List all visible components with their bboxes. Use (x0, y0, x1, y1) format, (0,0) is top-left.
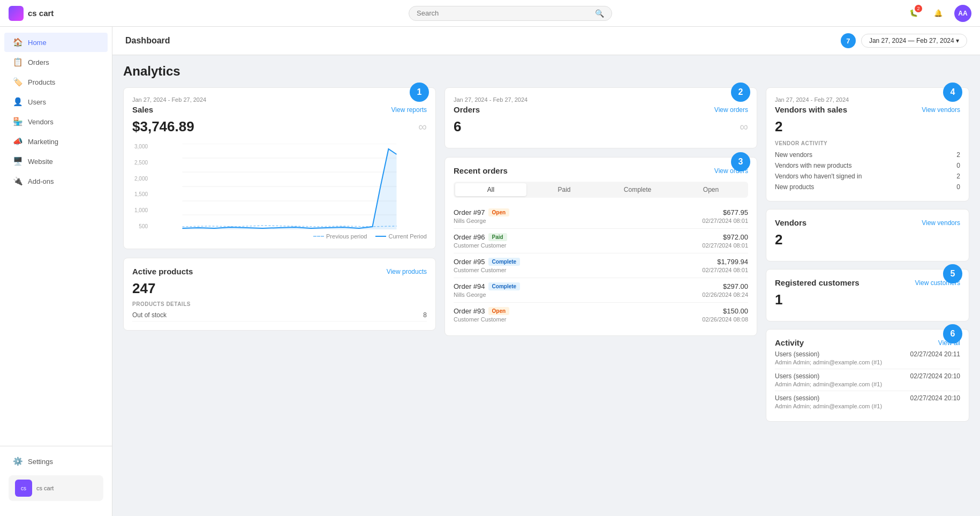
sidebar-item-home[interactable]: 🏠Home (4, 33, 108, 52)
main-layout: 🏠Home📋Orders🏷️Products👤Users🏪Vendors📣Mar… (0, 27, 980, 516)
period-badge: 7 (841, 33, 856, 48)
sales-title: Sales (132, 105, 153, 114)
vendors-card: Vendors View vendors 2 (766, 209, 969, 261)
date-range-btn[interactable]: Jan 27, 2024 — Feb 27, 2024 ▾ (861, 34, 967, 48)
view-orders-link-1[interactable]: View orders (714, 106, 748, 114)
sales-value: $3,746.89 (132, 118, 194, 135)
order-row: Order #93 Open Customer Customer $150.00… (454, 303, 748, 327)
sales-date: Jan 27, 2024 - Feb 27, 2024 (132, 96, 427, 103)
chart-container (152, 144, 427, 231)
users-icon: 👤 (13, 97, 22, 107)
sidebar-item-addons[interactable]: 🔌Add-ons (4, 171, 108, 191)
vendor-activity-row: Vendors who haven't signed in2 (775, 171, 960, 182)
store-badge[interactable]: cs cs cart (9, 475, 103, 501)
vendors-with-sales-title: Vendors with sales (775, 105, 847, 114)
recent-orders-badge: 3 (731, 152, 750, 171)
products-icon: 🏷️ (13, 77, 22, 87)
active-products-value: 247 (132, 280, 427, 297)
sidebar-item-website[interactable]: 🖥️Website (4, 152, 108, 171)
right-column: 4 Jan 27, 2024 - Feb 27, 2024 Vendors wi… (766, 87, 969, 429)
orders-card: 2 Jan 27, 2024 - Feb 27, 2024 Orders Vie… (444, 87, 757, 148)
activity-row: Users (session) 02/27/2024 20:10 Admin A… (775, 369, 960, 391)
bug-icon[interactable]: 🐛 2 (905, 5, 922, 22)
curr-period-label: Current Period (388, 233, 427, 240)
chart-legend: Previous period Current Period (132, 233, 427, 240)
website-icon: 🖥️ (13, 156, 22, 166)
orders-title: Orders (454, 105, 480, 114)
order-tab-complete[interactable]: Complete (602, 183, 673, 196)
orders-list: Order #97 Open Nills George $677.95 02/2… (454, 204, 748, 327)
order-tab-open[interactable]: Open (675, 183, 747, 196)
sales-badge: 1 (410, 83, 429, 102)
orders-value-row: 6 ∞ (454, 114, 748, 139)
sidebar-label-website: Website (28, 158, 53, 166)
avatar[interactable]: AA (954, 5, 971, 22)
topbar: cs cart 🔍 🐛 2 🔔 AA (0, 0, 980, 27)
recent-orders-card: 3 Recent orders View orders AllPaidCompl… (444, 157, 757, 336)
view-vendors-link-2[interactable]: View vendors (922, 219, 960, 227)
chart-svg (152, 144, 427, 229)
order-left: Order #96 Paid Customer Customer (454, 233, 507, 249)
activity-rows: Users (session) 02/27/2024 20:11 Admin A… (775, 347, 960, 413)
logo[interactable]: cs cart (9, 6, 116, 21)
search-icon: 🔍 (595, 9, 604, 18)
search-input[interactable] (417, 9, 595, 17)
analytics-grid: 1 Jan 27, 2024 - Feb 27, 2024 Sales View… (123, 87, 969, 429)
infinity-icon: ∞ (418, 120, 427, 134)
sidebar-label-vendors: Vendors (28, 118, 54, 126)
active-products-card: Active products View products 247 PRODUC… (123, 258, 436, 331)
dashboard-title: Dashboard (125, 36, 170, 46)
order-left: Order #97 Open Nills George (454, 208, 509, 224)
orders-infinity: ∞ (740, 120, 748, 134)
sidebar-label-orders: Orders (28, 58, 49, 66)
order-tab-paid[interactable]: Paid (529, 183, 600, 196)
sidebar-item-settings[interactable]: ⚙️ Settings (4, 452, 108, 471)
bell-icon[interactable]: 🔔 (930, 5, 947, 22)
order-tab-all[interactable]: All (455, 183, 526, 196)
order-right: $1,799.94 02/27/2024 08:01 (702, 258, 748, 273)
analytics-title: Analytics (123, 64, 969, 79)
marketing-icon: 📣 (13, 137, 22, 146)
settings-icon: ⚙️ (13, 457, 22, 466)
customers-title: Registered customers (775, 278, 860, 287)
status-badge: Open (488, 307, 510, 315)
out-of-stock-label: Out of stock (132, 311, 167, 319)
vendor-activity-row: Vendors with new products0 (775, 160, 960, 171)
order-right: $297.00 02/26/2024 08:24 (702, 282, 748, 298)
sidebar-bottom: ⚙️ Settings cs cs cart (0, 446, 112, 511)
sidebar-item-marketing[interactable]: 📣Marketing (4, 132, 108, 151)
content-header: Dashboard 7 Jan 27, 2024 — Feb 27, 2024 … (112, 27, 980, 55)
settings-label: Settings (28, 458, 53, 466)
orders-date: Jan 27, 2024 - Feb 27, 2024 (454, 96, 748, 103)
svg-marker-7 (183, 149, 397, 229)
addons-icon: 🔌 (13, 176, 22, 186)
vendors-with-sales-card: 4 Jan 27, 2024 - Feb 27, 2024 Vendors wi… (766, 87, 969, 201)
view-products-link[interactable]: View products (387, 268, 427, 275)
sidebar-label-addons: Add-ons (28, 177, 54, 185)
header-right: 7 Jan 27, 2024 — Feb 27, 2024 ▾ (841, 33, 967, 48)
vendors-icon: 🏪 (13, 117, 22, 126)
customers-title-row: Registered customers View customers (775, 278, 960, 287)
activity-badge: 6 (943, 324, 962, 343)
view-reports-link[interactable]: View reports (391, 106, 427, 114)
recent-orders-title: Recent orders (454, 166, 508, 175)
sidebar-item-orders[interactable]: 📋Orders (4, 53, 108, 72)
sidebar-item-users[interactable]: 👤Users (4, 92, 108, 111)
notification-badge: 2 (915, 5, 922, 12)
y-axis: 3,000 2,500 2,000 1,500 1,000 500 (132, 144, 150, 229)
orders-value: 6 (454, 118, 461, 135)
orders-icon: 📋 (13, 57, 22, 67)
topbar-right: 🐛 2 🔔 AA (905, 5, 971, 22)
search-bar: 🔍 (116, 6, 905, 21)
store-logo: cs (15, 480, 32, 497)
home-icon: 🏠 (13, 38, 22, 47)
sales-card: 1 Jan 27, 2024 - Feb 27, 2024 Sales View… (123, 87, 436, 249)
status-badge: Open (488, 208, 510, 216)
date-range-text: Jan 27, 2024 — Feb 27, 2024 ▾ (869, 37, 959, 44)
products-title-row: Active products View products (132, 267, 427, 276)
view-vendors-link-1[interactable]: View vendors (922, 106, 960, 114)
order-right: $150.00 02/26/2024 08:08 (702, 307, 748, 323)
sidebar-item-products[interactable]: 🏷️Products (4, 72, 108, 92)
status-badge: Complete (488, 282, 521, 290)
sidebar-item-vendors[interactable]: 🏪Vendors (4, 112, 108, 131)
